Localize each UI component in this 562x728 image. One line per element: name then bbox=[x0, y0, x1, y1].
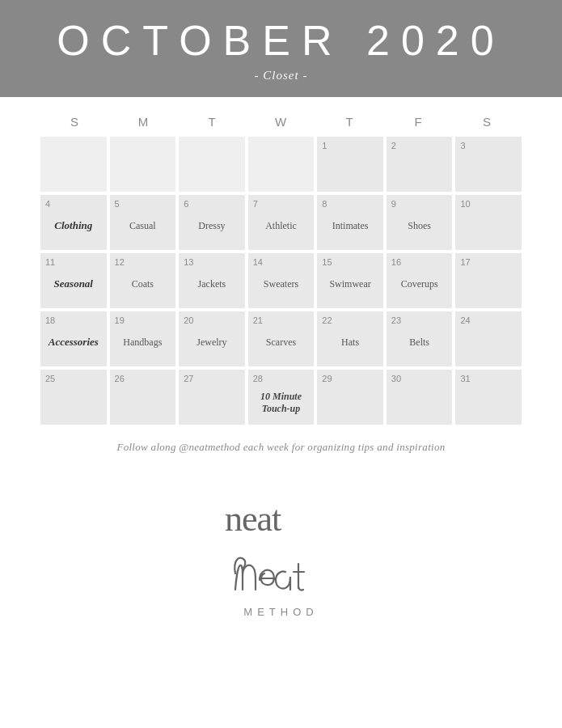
table-row: 29 bbox=[317, 370, 383, 425]
calendar-grid: 1 2 3 4 Clothing 5 Casual 6 Dressy 7 Ath… bbox=[40, 137, 522, 425]
table-row: 20 Jewelry bbox=[179, 311, 245, 366]
svg-text:neat: neat bbox=[225, 499, 281, 539]
day-header-sun: S bbox=[40, 112, 109, 132]
logo-neat bbox=[229, 561, 334, 607]
table-row: 5 Casual bbox=[110, 195, 176, 250]
day-header-mon: M bbox=[109, 112, 178, 132]
table-row: 15 Swimwear bbox=[317, 253, 383, 308]
page-title: OCTOBER 2020 bbox=[16, 18, 546, 64]
table-row: 2 bbox=[387, 137, 453, 192]
day-headers: S M T W T F S bbox=[40, 112, 522, 132]
table-row: 24 bbox=[455, 311, 522, 366]
header: OCTOBER 2020 - Closet - bbox=[0, 0, 562, 97]
table-row: 26 bbox=[110, 370, 176, 425]
day-header-thu: T bbox=[315, 112, 384, 132]
footer-text: Follow along @neatmethod each week for o… bbox=[0, 433, 562, 470]
logo-method: METHOD bbox=[0, 606, 562, 618]
table-row: 23 Belts bbox=[387, 311, 453, 366]
table-row bbox=[110, 137, 176, 192]
table-row: 6 Dressy bbox=[179, 195, 245, 250]
table-row bbox=[40, 137, 107, 192]
table-row: 17 bbox=[455, 253, 522, 308]
table-row: 22 Hats bbox=[317, 311, 383, 366]
day-header-wed: W bbox=[247, 112, 315, 132]
page-subtitle: - Closet - bbox=[16, 69, 546, 83]
calendar-section: S M T W T F S 1 2 3 4 Clothing 5 Casual … bbox=[0, 97, 562, 433]
table-row: 13 Jackets bbox=[179, 253, 245, 308]
table-row bbox=[179, 137, 245, 192]
table-row: 31 bbox=[455, 370, 522, 425]
table-row: 18 Accessories bbox=[40, 311, 107, 366]
day-header-tue: T bbox=[178, 112, 247, 132]
table-row: 16 Coverups bbox=[387, 253, 453, 308]
table-row: 9 Shoes bbox=[387, 195, 453, 250]
neat-method-logo: neat bbox=[217, 486, 346, 551]
table-row bbox=[248, 137, 315, 192]
day-header-fri: F bbox=[384, 112, 453, 132]
table-row: 12 Coats bbox=[110, 253, 176, 308]
table-row: 21 Scarves bbox=[248, 311, 315, 366]
table-row: 4 Clothing bbox=[40, 195, 107, 250]
table-row: 8 Intimates bbox=[317, 195, 383, 250]
table-row: 7 Athletic bbox=[248, 195, 315, 250]
logo-section: neat METHO bbox=[0, 470, 562, 626]
day-header-sat: S bbox=[453, 112, 522, 132]
table-row: 27 bbox=[179, 370, 245, 425]
table-row: 3 bbox=[455, 137, 522, 192]
table-row: 11 Seasonal bbox=[40, 253, 107, 308]
table-row: 14 Sweaters bbox=[248, 253, 315, 308]
table-row: 25 bbox=[40, 370, 107, 425]
table-row: 30 bbox=[387, 370, 453, 425]
logo-text bbox=[0, 551, 562, 604]
table-row: 10 bbox=[455, 195, 522, 250]
table-row: 28 10 Minute Touch-up bbox=[248, 370, 315, 425]
table-row: 19 Handbags bbox=[110, 311, 176, 366]
table-row: 1 bbox=[317, 137, 383, 192]
